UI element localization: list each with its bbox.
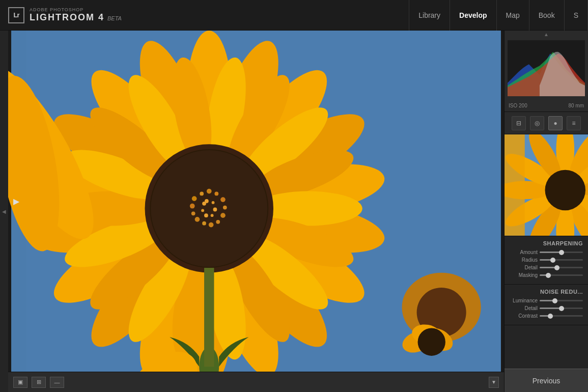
app-subtitle: ADOBE PHOTOSHOP — [30, 7, 122, 12]
nav-slideshow[interactable]: S — [565, 0, 588, 31]
svg-point-59 — [204, 213, 208, 217]
amount-label: Amount — [510, 249, 538, 255]
nav-develop[interactable]: Develop — [450, 0, 496, 31]
beta-badge: BETA — [107, 15, 122, 21]
image-container: ▶ — [8, 31, 504, 372]
contrast-slider[interactable] — [540, 315, 583, 317]
more-tool[interactable]: ≡ — [567, 116, 581, 130]
contrast-row: Contrast — [510, 313, 583, 319]
spot-tool[interactable]: ◎ — [530, 116, 544, 130]
amount-slider[interactable] — [540, 251, 583, 253]
previous-button[interactable]: Previous — [505, 369, 588, 392]
svg-rect-89 — [505, 134, 525, 236]
main-content: ◀ — [0, 31, 588, 392]
svg-point-49 — [216, 220, 220, 224]
radius-label: Radius — [510, 257, 538, 263]
iso-label: ISO 200 — [509, 103, 527, 108]
radius-row: Radius — [510, 257, 583, 263]
svg-point-56 — [212, 201, 215, 204]
nav-library[interactable]: Library — [409, 0, 450, 31]
crop-tool[interactable]: ⊟ — [512, 116, 526, 130]
svg-point-45 — [214, 192, 218, 196]
sunflower-image — [8, 31, 504, 372]
histogram-info: ISO 200 80 mm — [508, 103, 585, 108]
redeye-tool[interactable]: ● — [548, 116, 563, 130]
nr-detail-slider[interactable] — [540, 307, 583, 309]
svg-point-44 — [207, 189, 212, 194]
histogram-section: ▲ ISO 200 80 mm — [505, 31, 588, 112]
detail-slider[interactable] — [540, 267, 583, 268]
logo-area: Lr ADOBE PHOTOSHOP LIGHTROOM 4 BETA — [0, 7, 130, 23]
svg-point-88 — [545, 170, 586, 211]
app-title: LIGHTROOM 4 — [30, 12, 104, 23]
noise-reduction-section: Noise Redu... Luminance Detail Contrast — [505, 285, 588, 325]
sharpening-title: Sharpening — [510, 240, 583, 246]
svg-point-52 — [195, 217, 200, 222]
single-view-btn[interactable]: ▣ — [13, 377, 27, 388]
cursor: ▶ — [13, 197, 19, 206]
focal-length-label: 80 mm — [568, 103, 584, 108]
luminance-slider[interactable] — [540, 300, 583, 301]
svg-point-41 — [151, 150, 267, 267]
lr-icon: Lr — [8, 7, 24, 23]
compare-view-btn[interactable]: ⊞ — [32, 377, 46, 388]
radius-slider[interactable] — [540, 259, 583, 261]
masking-row: Masking — [510, 272, 583, 278]
svg-point-61 — [202, 202, 206, 206]
tools-section: ⊟ ◎ ● ≡ — [505, 112, 588, 134]
sharpening-section: Sharpening Amount Radius Detail — [505, 236, 588, 285]
right-panel: ▲ ISO 200 80 mm ⊟ ◎ ● ≡ — [504, 31, 588, 392]
svg-rect-73 — [204, 268, 214, 367]
svg-point-42 — [192, 196, 197, 201]
histogram-up-arrow[interactable]: ▲ — [544, 32, 549, 37]
navigator-section: + — [505, 134, 588, 236]
svg-point-58 — [211, 214, 214, 217]
noise-title: Noise Redu... — [510, 289, 583, 295]
amount-row: Amount — [510, 249, 583, 255]
svg-point-48 — [220, 213, 226, 218]
luminance-label: Luminance — [510, 298, 538, 303]
svg-point-46 — [220, 197, 226, 202]
svg-point-43 — [200, 192, 204, 196]
svg-point-57 — [213, 208, 217, 212]
nav-map[interactable]: Map — [497, 0, 529, 31]
top-bar: Lr ADOBE PHOTOSHOP LIGHTROOM 4 BETA Libr… — [0, 0, 588, 31]
svg-point-60 — [201, 209, 204, 212]
histogram-chart — [508, 38, 585, 99]
nr-detail-label: Detail — [510, 305, 538, 311]
svg-point-47 — [223, 206, 227, 210]
app-title-block: ADOBE PHOTOSHOP LIGHTROOM 4 BETA — [30, 7, 122, 23]
svg-point-68 — [418, 328, 445, 356]
masking-label: Masking — [510, 272, 538, 278]
nav-thumbnail — [505, 134, 588, 236]
nav-book[interactable]: Book — [529, 0, 565, 31]
masking-slider[interactable] — [540, 274, 583, 276]
svg-point-51 — [202, 221, 206, 226]
extra-view-btn[interactable]: — — [50, 377, 64, 388]
left-arrow-icon: ◀ — [2, 209, 7, 214]
luminance-row: Luminance — [510, 298, 583, 303]
toolbar-dropdown[interactable]: ▼ — [489, 377, 499, 388]
image-area: ▶ ▣ ⊞ — ▼ — [8, 31, 504, 392]
svg-point-53 — [191, 211, 195, 215]
svg-point-50 — [209, 222, 214, 228]
left-panel[interactable]: ◀ — [0, 31, 8, 392]
image-toolbar: ▣ ⊞ — ▼ — [8, 372, 504, 392]
svg-point-54 — [190, 204, 195, 209]
nav-area: Library Develop Map Book S — [130, 0, 588, 31]
detail-row: Detail — [510, 265, 583, 270]
nr-detail-row: Detail — [510, 305, 583, 311]
detail-label: Detail — [510, 265, 538, 270]
contrast-label: Contrast — [510, 313, 538, 319]
